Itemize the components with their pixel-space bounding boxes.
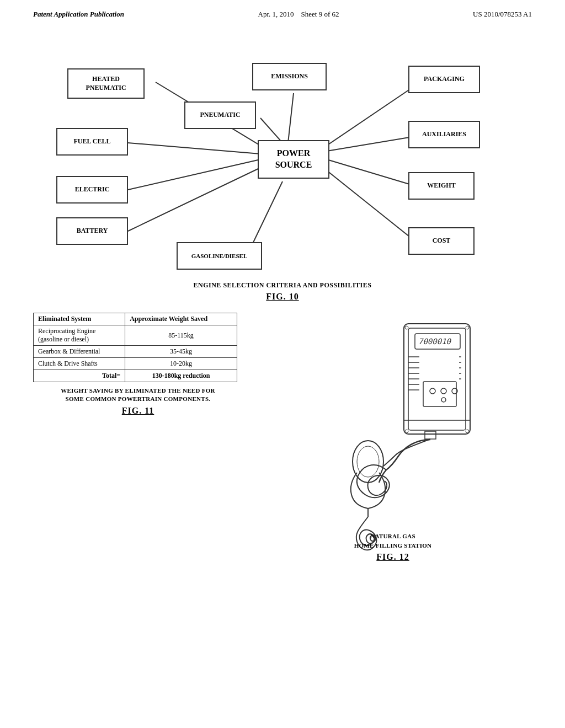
svg-line-8 <box>327 137 409 151</box>
svg-line-4 <box>249 181 282 250</box>
weight-savings-table: Eliminated System Approximate Weight Sav… <box>33 313 237 382</box>
svg-line-2 <box>128 159 260 190</box>
svg-point-38 <box>466 326 469 329</box>
system-cell: Gearbox & Differential <box>34 346 125 358</box>
system-cell: Clutch & Drive Shafts <box>34 358 125 370</box>
fig10-title: FIG. 10 <box>33 292 532 302</box>
svg-line-5 <box>260 118 282 143</box>
date-label: Apr. 1, 2010 Sheet 9 of 62 <box>258 10 339 19</box>
battery-box: BATTERY <box>56 217 128 245</box>
weight-box: WEIGHT <box>408 172 475 200</box>
table-row: Gearbox & Differential 35-45kg <box>34 346 237 358</box>
gasoline-diesel-box: GASOLINE/DIESEL <box>177 242 262 270</box>
total-value-cell: 130-180kg reduction <box>125 370 237 382</box>
system-cell: Reciprocating Engine(gasoline or diesel) <box>34 325 125 346</box>
weight-cell: 35-45kg <box>125 346 237 358</box>
fig12-caption-area: NATURAL GASHOME FILLING STATION FIG. 12 <box>305 532 481 562</box>
svg-point-37 <box>405 326 408 329</box>
fig11-title: FIG. 11 <box>33 406 243 416</box>
svg-rect-33 <box>425 431 436 439</box>
auxiliaries-box: AUXILIARIES <box>408 121 480 148</box>
svg-line-1 <box>128 143 260 154</box>
page-header: Patent Application Publication Apr. 1, 2… <box>0 0 565 19</box>
table-row: Clutch & Drive Shafts 10-20kg <box>34 358 237 370</box>
cost-box: COST <box>408 227 475 255</box>
svg-line-6 <box>288 93 294 143</box>
fig12-section: 7000010 <box>254 313 532 566</box>
total-label-cell: Total= <box>34 370 125 382</box>
weight-cell: 85-115kg <box>125 325 237 346</box>
svg-point-39 <box>405 430 408 433</box>
emissions-box: EMISSIONS <box>252 63 327 90</box>
packaging-box: PACKAGING <box>408 66 480 93</box>
publication-label: Patent Application Publication <box>33 10 124 19</box>
svg-point-24 <box>441 388 446 394</box>
fig12-text: NATURAL GASHOME FILLING STATION <box>305 532 481 550</box>
power-source-box: POWERSOURCE <box>258 140 329 179</box>
fig11-fig12-section: Eliminated System Approximate Weight Sav… <box>33 313 532 566</box>
svg-line-7 <box>327 88 412 146</box>
table-section: Eliminated System Approximate Weight Sav… <box>33 313 243 566</box>
col-header-weight: Approximate Weight Saved <box>125 313 237 325</box>
table-total-row: Total= 130-180kg reduction <box>34 370 237 382</box>
fig12-title: FIG. 12 <box>305 552 481 562</box>
weight-cell: 10-20kg <box>125 358 237 370</box>
table-row: Reciprocating Engine(gasoline or diesel)… <box>34 325 237 346</box>
fig10-diagram: HEATEDPNEUMATIC FUEL CELL ELECTRIC BATTE… <box>45 35 520 278</box>
svg-rect-22 <box>423 382 456 406</box>
fig10-caption: ENGINE SELECTION CRITERIA AND POSSIBILIT… <box>33 281 532 290</box>
main-content: HEATEDPNEUMATIC FUEL CELL ELECTRIC BATTE… <box>0 19 565 577</box>
heated-pneumatic-box: HEATEDPNEUMATIC <box>67 68 145 99</box>
pneumatic-box: PNEUMATIC <box>184 101 256 129</box>
patent-number: US 2010/078253 A1 <box>473 10 532 19</box>
svg-point-40 <box>466 430 469 433</box>
svg-text:7000010: 7000010 <box>418 337 452 346</box>
fig12-svg: 7000010 <box>305 313 481 566</box>
electric-box: ELECTRIC <box>56 176 128 204</box>
svg-point-23 <box>430 388 435 394</box>
col-header-system: Eliminated System <box>34 313 125 325</box>
fuel-cell-box: FUEL CELL <box>56 128 128 156</box>
device-illustration: 7000010 <box>305 313 481 566</box>
svg-line-3 <box>128 168 260 231</box>
svg-point-26 <box>441 398 446 402</box>
fig11-caption: WEIGHT SAVING BY ELIMINATED THE NEED FOR… <box>33 387 243 404</box>
